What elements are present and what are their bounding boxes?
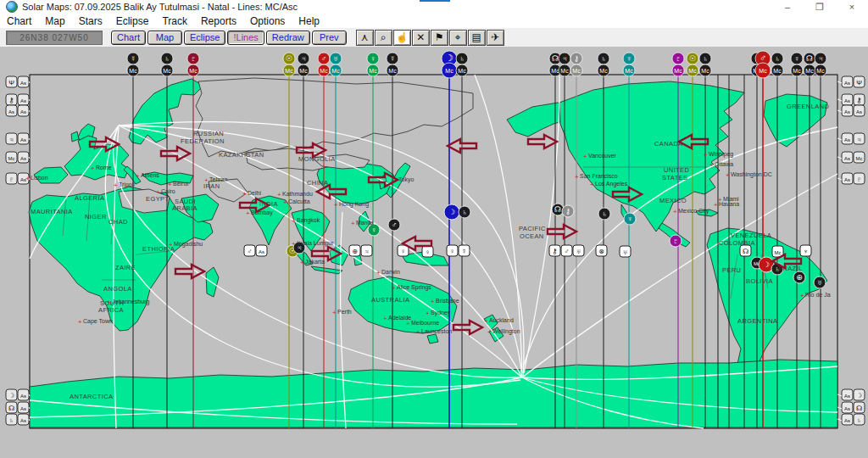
edge-glyph-label: ☽ bbox=[856, 392, 862, 399]
city-label: Washington DC bbox=[731, 171, 772, 178]
city-marker: + bbox=[25, 175, 30, 182]
edge-glyph-label: As bbox=[20, 156, 26, 161]
city-marker: + bbox=[392, 284, 396, 292]
glyph-box-label: ♅ bbox=[623, 249, 628, 256]
mc-label: Mc bbox=[793, 68, 801, 74]
tools-icon[interactable]: ✈ bbox=[487, 30, 504, 46]
mc-label: Mc bbox=[759, 68, 767, 74]
city-label: Beirut bbox=[173, 181, 188, 187]
zoom-tool-icon[interactable]: ⌕ bbox=[375, 30, 392, 46]
city-marker: + bbox=[383, 315, 387, 322]
edge-glyph-label: As bbox=[20, 137, 26, 142]
glyph-box-label: ⚷ bbox=[553, 248, 558, 255]
city-label: Jakarta bbox=[305, 259, 325, 265]
title-bar: Solar Maps: 07.09.2025 Balik Ay Tutulmas… bbox=[0, 0, 868, 14]
edge-glyph-label: ♃ bbox=[857, 136, 862, 143]
glyph-box-label: ☊ bbox=[743, 248, 748, 255]
menu-help[interactable]: Help bbox=[292, 14, 326, 28]
city-label: Havana bbox=[719, 201, 739, 207]
city-label: Lisbon bbox=[31, 175, 48, 181]
report-icon[interactable]: ▤ bbox=[468, 30, 486, 46]
menu-options[interactable]: Options bbox=[243, 14, 292, 28]
edge-glyph-label: As bbox=[20, 418, 26, 423]
mc-label: Mc bbox=[805, 68, 814, 74]
glyph-box-label: ♂ bbox=[248, 248, 253, 255]
city-label: Manila bbox=[356, 220, 374, 226]
city-label: Delhi bbox=[248, 190, 261, 196]
menu-chart[interactable]: Chart bbox=[0, 14, 38, 28]
menu-stars[interactable]: Stars bbox=[72, 14, 109, 28]
menu-eclipse[interactable]: Eclipse bbox=[109, 14, 156, 28]
city-marker: + bbox=[726, 171, 730, 179]
minimize-button[interactable]: – bbox=[771, 0, 804, 14]
menu-reports[interactable]: Reports bbox=[194, 14, 243, 28]
lines-button[interactable]: !Lines bbox=[227, 31, 264, 45]
city-label: Ottawa bbox=[715, 161, 733, 167]
line-marker-glyph: ♀ bbox=[371, 226, 377, 234]
edge-glyph-label: ⚷ bbox=[857, 97, 862, 104]
city-marker: + bbox=[583, 153, 587, 160]
country-label: NIGER bbox=[85, 213, 107, 221]
planet-glyph: ♃ bbox=[562, 54, 568, 63]
country-label: MAURITANIA bbox=[31, 208, 73, 215]
close-button[interactable]: × bbox=[836, 0, 868, 14]
clear-lines-icon[interactable]: ✕ bbox=[412, 30, 430, 46]
glyph-box-label: ♃ bbox=[364, 248, 370, 255]
country-label: ARABIA bbox=[172, 204, 198, 212]
redraw-button[interactable]: Redraw bbox=[266, 31, 310, 45]
coordinate-readout: 26N38 027W50 bbox=[6, 31, 103, 45]
edge-glyph-label: As bbox=[844, 81, 850, 86]
line-marker-glyph: ♇ bbox=[673, 237, 679, 245]
glyph-box-label: ♆ bbox=[804, 248, 809, 255]
locate-icon[interactable]: ⚑ bbox=[431, 30, 448, 46]
city-marker: + bbox=[709, 161, 714, 169]
edge-glyph-label: As bbox=[844, 98, 850, 103]
city-marker: + bbox=[416, 328, 420, 336]
city-label: Tehran bbox=[209, 176, 228, 182]
city-marker: + bbox=[487, 328, 492, 336]
city-label: Auckland bbox=[489, 317, 514, 323]
city-marker: + bbox=[704, 151, 708, 159]
chart-button[interactable]: Chart bbox=[111, 31, 146, 45]
edge-glyph-label: Mc bbox=[856, 156, 863, 161]
edge-glyph-label: ♄ bbox=[857, 416, 862, 424]
planet-glyph: ♆ bbox=[626, 54, 632, 63]
planet-glyph: ♂ bbox=[760, 53, 766, 63]
city-marker: + bbox=[376, 269, 381, 276]
planet-glyph: ♄ bbox=[164, 54, 170, 63]
line-marker-glyph: ☽ bbox=[763, 260, 770, 269]
edge-glyph-label: As bbox=[844, 177, 850, 182]
city-label: Perth bbox=[337, 309, 352, 315]
map-area[interactable]: ☿Mc♄Mc♇Mc☉Mc♃Mc♂Mc♅Mc♀Mc☿Mc☽Mc♄Mc☊Mc♃Mc⚷… bbox=[0, 47, 868, 458]
city-marker: + bbox=[169, 241, 173, 249]
map-button[interactable]: Map bbox=[147, 31, 182, 45]
track-tool-icon[interactable]: ⋏ bbox=[356, 30, 374, 46]
edge-glyph-label: Ψ bbox=[8, 79, 14, 87]
city-marker: + bbox=[242, 190, 247, 198]
menu-track[interactable]: Track bbox=[155, 14, 194, 28]
planet-glyph: ♄ bbox=[459, 54, 465, 63]
planet-glyph: ☊ bbox=[552, 54, 559, 63]
pan-hand-icon[interactable]: ☝ bbox=[393, 30, 411, 46]
restore-button[interactable]: ❐ bbox=[804, 0, 836, 14]
mc-label: Mc bbox=[299, 68, 308, 74]
crosshair-icon[interactable]: ⌖ bbox=[449, 30, 467, 46]
line-marker-glyph: ♆ bbox=[627, 215, 633, 223]
edge-glyph-label: As bbox=[844, 406, 850, 411]
mc-label: Mc bbox=[688, 68, 697, 74]
city-marker: + bbox=[334, 201, 338, 209]
city-marker: + bbox=[204, 176, 209, 184]
planet-glyph: ♃ bbox=[301, 54, 307, 63]
planet-glyph: ♅ bbox=[333, 54, 339, 63]
menu-map[interactable]: Map bbox=[38, 14, 71, 28]
eclipse-button[interactable]: Eclipse bbox=[184, 31, 225, 45]
line-marker-glyph: ♄ bbox=[462, 208, 468, 216]
planet-glyph: ♄ bbox=[703, 54, 709, 63]
city-label: Kuala Lumpur bbox=[297, 240, 334, 247]
edge-glyph-label: ♄ bbox=[9, 416, 14, 424]
menu-bar: Chart Map Stars Eclipse Track Reports Op… bbox=[0, 14, 868, 28]
planet-glyph: ♃ bbox=[818, 54, 824, 63]
prev-button[interactable]: Prev bbox=[312, 31, 347, 45]
line-marker-glyph: ⊕ bbox=[796, 273, 803, 282]
planet-glyph: ♄ bbox=[775, 54, 781, 63]
